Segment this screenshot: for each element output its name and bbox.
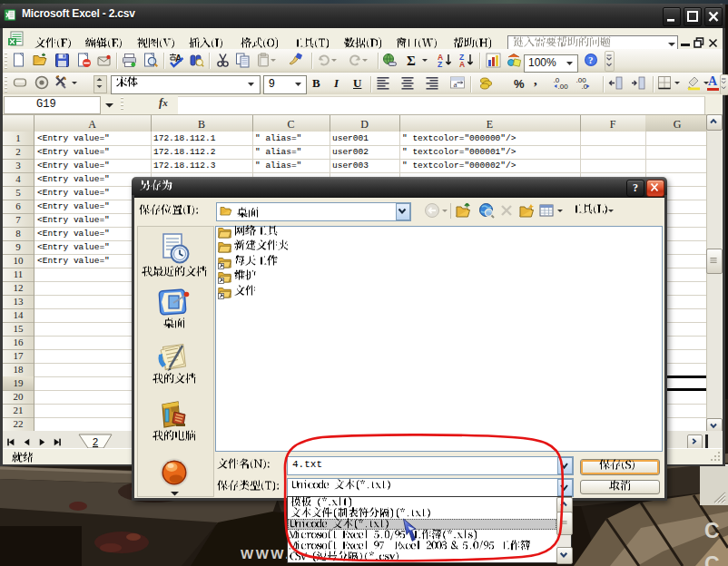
svg-text:2: 2 — [93, 436, 98, 447]
svg-text:?: ? — [588, 54, 594, 65]
svg-text:Σ: Σ — [407, 54, 416, 68]
svg-text:Z: Z — [438, 60, 442, 68]
svg-text:a: a — [454, 80, 457, 89]
svg-text:.00: .00 — [558, 83, 569, 91]
svg-text:A: A — [459, 60, 465, 68]
